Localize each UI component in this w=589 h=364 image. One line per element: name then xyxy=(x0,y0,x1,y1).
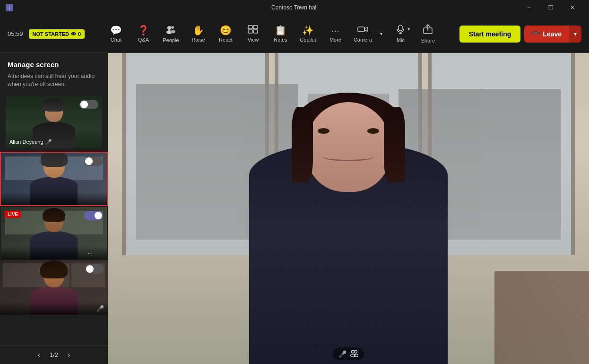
mic-icon xyxy=(396,25,405,35)
react-icon: 😊 xyxy=(220,26,232,35)
more-icon: ··· xyxy=(331,26,339,35)
notes-label: Notes xyxy=(274,37,287,43)
card-2-toggle[interactable] xyxy=(84,211,103,220)
video-mic-off-icon[interactable]: 🎤 xyxy=(338,350,346,358)
next-page-button[interactable]: › xyxy=(64,349,74,361)
toolbar-left: 05:59 NOT STARTED 👁 0 xyxy=(8,29,85,39)
chat-button[interactable]: 💬 Chat xyxy=(103,18,129,50)
eye-icon: 👁 xyxy=(71,31,76,37)
card-2-head xyxy=(44,211,63,232)
leave-group: 📞 Leave ▾ xyxy=(524,26,581,43)
qna-button[interactable]: ❓ Q&A xyxy=(130,18,156,50)
notes-icon: 📋 xyxy=(275,26,286,35)
svg-rect-9 xyxy=(253,30,258,33)
featured-presenter-name: Allan Deyoung 🎤 xyxy=(9,139,52,145)
card-3-mic-icon: 🎤 xyxy=(96,305,104,312)
camera-label: Camera xyxy=(354,37,372,43)
svg-rect-11 xyxy=(398,25,402,31)
page-indicator: 1/2 xyxy=(50,351,58,358)
camera-icon xyxy=(357,25,368,35)
minimize-button[interactable]: – xyxy=(518,0,540,15)
svg-point-4 xyxy=(171,26,174,29)
time-display: 05:59 xyxy=(8,30,23,37)
more-button[interactable]: ··· More xyxy=(322,18,348,50)
manage-screen-header: Manage screen Attendees can still hear y… xyxy=(0,53,108,92)
start-meeting-button[interactable]: Start meeting xyxy=(459,26,520,43)
mic-label: Mic xyxy=(397,37,405,43)
svg-text:T: T xyxy=(9,6,11,10)
card-2-more-icon[interactable]: ··· xyxy=(87,250,93,257)
svg-point-18 xyxy=(355,354,358,357)
participant-card-3: 🎤 xyxy=(0,260,108,315)
leave-chevron-button[interactable]: ▾ xyxy=(569,26,581,43)
share-label: Share xyxy=(421,38,435,43)
qna-icon: ❓ xyxy=(138,26,149,35)
main-video-area: 🎤 xyxy=(108,53,589,364)
app-icon: T xyxy=(6,4,13,11)
share-button[interactable]: Share xyxy=(415,18,441,50)
react-button[interactable]: 😊 React xyxy=(212,18,239,50)
maximize-button[interactable]: ❐ xyxy=(540,0,562,15)
chat-icon: 💬 xyxy=(110,26,122,35)
chat-label: Chat xyxy=(111,37,121,43)
share-icon xyxy=(423,24,433,36)
featured-presenter-card: Allan Deyoung 🎤 xyxy=(6,96,102,148)
viewer-count: 0 xyxy=(78,31,81,37)
card-1-toggle[interactable] xyxy=(84,156,103,166)
card-3-name-bar xyxy=(0,302,108,315)
toolbar: 05:59 NOT STARTED 👁 0 💬 Chat ❓ Q&A xyxy=(0,15,589,53)
people-icon xyxy=(165,25,176,35)
raise-label: Raise xyxy=(191,37,205,43)
card-2-toggle-switch[interactable] xyxy=(84,211,103,220)
not-started-label: NOT STARTED xyxy=(33,31,69,37)
pagination: ‹ 1/2 › xyxy=(0,345,108,364)
prev-page-button[interactable]: ‹ xyxy=(34,349,44,361)
close-button[interactable]: ✕ xyxy=(562,0,583,15)
manage-screen-description: Attendees can still hear your audio when… xyxy=(8,72,100,88)
manage-screen-title: Manage screen xyxy=(8,61,100,69)
phone-icon: 📞 xyxy=(530,28,541,39)
raise-icon: ✋ xyxy=(192,26,204,35)
featured-presenter-toggle[interactable] xyxy=(79,100,98,109)
live-badge: LIVE xyxy=(5,211,21,218)
view-button[interactable]: View xyxy=(240,18,266,50)
svg-rect-6 xyxy=(248,26,252,29)
more-label: More xyxy=(329,37,341,43)
featured-toggle-switch[interactable] xyxy=(79,100,98,109)
card-3-head xyxy=(44,265,64,287)
leave-label: Leave xyxy=(543,30,562,38)
participant-card-1 xyxy=(0,152,108,206)
presenter-mic-icon: 🎤 xyxy=(45,139,52,145)
svg-rect-8 xyxy=(248,30,252,33)
window-controls: – ❐ ✕ xyxy=(518,0,583,15)
camera-button[interactable]: Camera xyxy=(349,18,376,50)
participant-card-2: LIVE ··· xyxy=(0,206,108,260)
camera-group: Camera ▾ xyxy=(349,18,386,50)
copilot-button[interactable]: ✨ Copilot xyxy=(294,18,321,50)
copilot-label: Copilot xyxy=(300,37,316,43)
video-person-icon[interactable] xyxy=(350,349,359,358)
view-icon xyxy=(248,25,258,35)
qna-label: Q&A xyxy=(138,37,149,43)
card-3-hair xyxy=(40,260,68,278)
svg-point-5 xyxy=(171,30,175,34)
react-label: React xyxy=(219,37,233,43)
card-1-name-bar xyxy=(1,192,107,205)
leave-button[interactable]: 📞 Leave xyxy=(524,26,569,43)
mic-button[interactable]: Mic ▾ xyxy=(387,18,414,50)
view-label: View xyxy=(248,37,259,43)
copilot-icon: ✨ xyxy=(302,26,314,35)
card-2-hair xyxy=(43,208,65,222)
card-3-toggle[interactable] xyxy=(85,264,104,274)
camera-chevron-button[interactable]: ▾ xyxy=(376,18,386,50)
card-1-toggle-switch[interactable] xyxy=(84,156,103,166)
people-button[interactable]: People xyxy=(157,18,184,50)
notes-button[interactable]: 📋 Notes xyxy=(267,18,294,50)
svg-rect-10 xyxy=(358,27,364,32)
raise-button[interactable]: ✋ Raise xyxy=(185,18,211,50)
not-started-badge: NOT STARTED 👁 0 xyxy=(29,29,85,39)
title-bar: T Contoso Town hall – ❐ ✕ xyxy=(0,0,589,15)
card-3-toggle-switch[interactable] xyxy=(85,264,104,274)
window-title: Contoso Town hall xyxy=(271,4,318,11)
card-1-head xyxy=(43,154,65,178)
